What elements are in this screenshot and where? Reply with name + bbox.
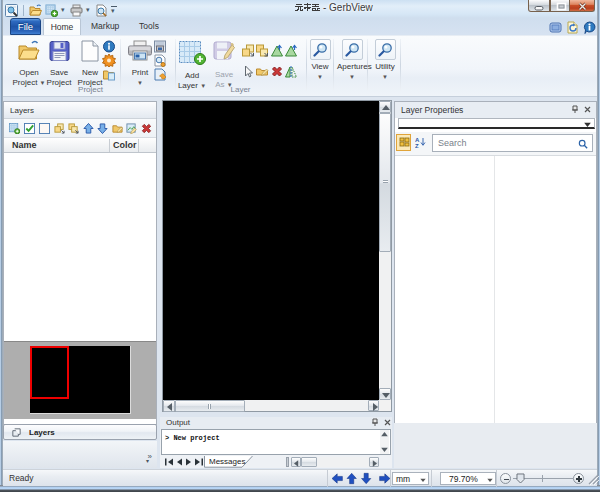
svg-text:Z: Z bbox=[415, 143, 419, 149]
